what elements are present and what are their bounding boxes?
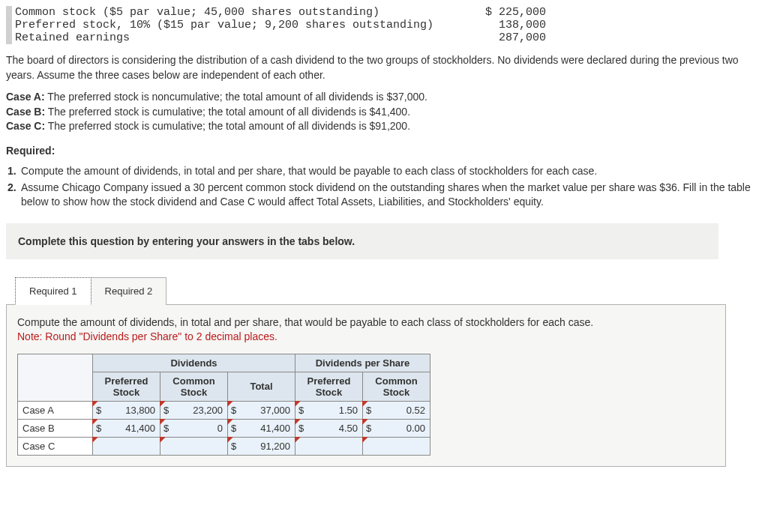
- cell-case-b-comm[interactable]: $0: [160, 419, 228, 437]
- row-label: Case C: [18, 437, 93, 455]
- requirements-list: 1. Compute the amount of dividends, in t…: [8, 164, 762, 210]
- cell-case-a-comm[interactable]: $23,200: [160, 401, 228, 419]
- req-text: Compute the amount of dividends, in tota…: [21, 164, 762, 179]
- check-tick-icon: [160, 437, 166, 443]
- cell-case-a-pref-ps[interactable]: $1.50: [296, 401, 363, 419]
- cell-case-b-pref[interactable]: $41,400: [93, 419, 160, 437]
- check-tick-icon: [295, 437, 301, 443]
- case-b-text: The preferred stock is cumulative; the t…: [45, 106, 410, 118]
- case-a-label: Case A:: [6, 91, 45, 103]
- cell-case-c-comm[interactable]: [160, 437, 228, 455]
- req-number: 2.: [8, 181, 21, 210]
- cases-list: Case A: The preferred stock is noncumula…: [6, 90, 762, 134]
- required-heading: Required:: [6, 145, 762, 157]
- tab-content-panel: Compute the amount of dividends, in tota…: [6, 304, 726, 467]
- group-header-dividends: Dividends: [93, 354, 296, 372]
- answer-table: Dividends Dividends per Share Preferred …: [17, 354, 430, 456]
- tab-instruction-text: Compute the amount of dividends, in tota…: [17, 316, 593, 328]
- stock-row-value: 138,000: [456, 19, 546, 31]
- cell-case-b-pref-ps[interactable]: $4.50: [296, 419, 363, 437]
- tab-instructions: Compute the amount of dividends, in tota…: [17, 315, 715, 345]
- stock-row-label: Common stock ($5 par value; 45,000 share…: [6, 6, 456, 19]
- stock-row-label: Retained earnings: [6, 31, 456, 44]
- check-tick-icon: [92, 437, 98, 443]
- case-c-text: The preferred stock is cumulative; the t…: [45, 120, 410, 132]
- group-header-dps: Dividends per Share: [296, 354, 430, 372]
- stock-row-value: $ 225,000: [456, 6, 546, 19]
- stock-row-label: Preferred stock, 10% ($15 par value; 9,2…: [6, 19, 456, 31]
- cell-case-b-comm-ps[interactable]: $0.00: [363, 419, 430, 437]
- tab-required-2[interactable]: Required 2: [91, 277, 167, 305]
- case-a-text: The preferred stock is noncumulative; th…: [45, 91, 428, 103]
- row-label: Case A: [18, 401, 93, 419]
- stock-row-value: 287,000: [456, 31, 546, 44]
- cell-case-c-pref[interactable]: [93, 437, 160, 455]
- col-header-total: Total: [228, 372, 296, 401]
- tab-note: Note: Round "Dividends per Share" to 2 d…: [17, 330, 278, 342]
- case-b-label: Case B:: [6, 106, 45, 118]
- cell-case-c-comm-ps[interactable]: [363, 437, 430, 455]
- tabs-container: Required 1 Required 2: [15, 277, 762, 305]
- col-header-comm: Common Stock: [160, 372, 228, 401]
- col-header-comm-ps: Common Stock: [363, 372, 430, 401]
- req-number: 1.: [8, 164, 21, 179]
- col-header-pref-ps: Preferred Stock: [296, 372, 363, 401]
- tab-required-1[interactable]: Required 1: [15, 277, 92, 305]
- row-label: Case B: [18, 419, 93, 437]
- table-corner-blank: [18, 354, 93, 401]
- col-header-pref: Preferred Stock: [93, 372, 160, 401]
- intro-paragraph: The board of directors is considering th…: [6, 53, 762, 82]
- instruction-box: Complete this question by entering your …: [6, 223, 718, 259]
- check-tick-icon: [362, 437, 368, 443]
- req-text: Assume Chicago Company issued a 30 perce…: [21, 181, 762, 210]
- cell-case-a-pref[interactable]: $13,800: [93, 401, 160, 419]
- cell-case-c-pref-ps[interactable]: [296, 437, 363, 455]
- cell-case-c-total[interactable]: $91,200: [228, 437, 296, 455]
- cell-case-a-comm-ps[interactable]: $0.52: [363, 401, 430, 419]
- case-c-label: Case C:: [6, 120, 45, 132]
- cell-case-b-total[interactable]: $41,400: [228, 419, 296, 437]
- cell-case-a-total[interactable]: $37,000: [228, 401, 296, 419]
- stock-info-table: Common stock ($5 par value; 45,000 share…: [6, 6, 762, 44]
